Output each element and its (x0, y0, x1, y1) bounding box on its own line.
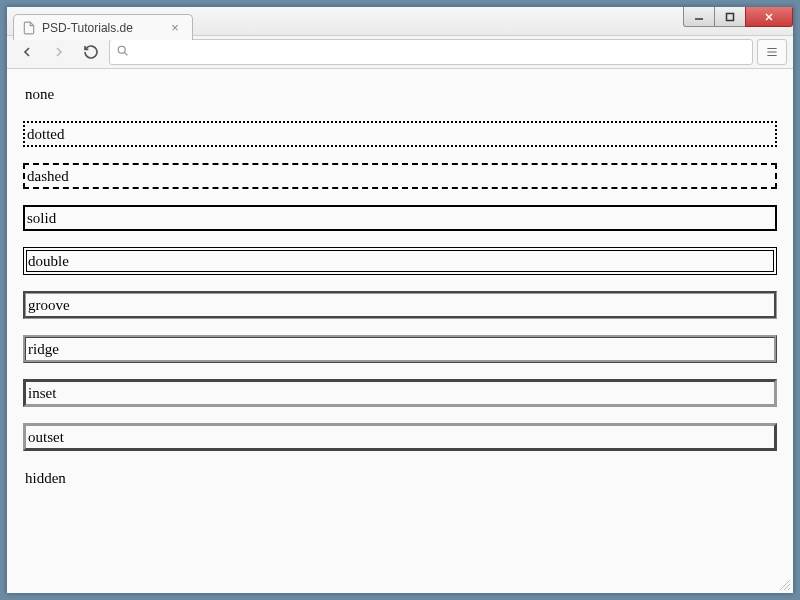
forward-button[interactable] (45, 39, 73, 65)
window-controls (684, 7, 793, 27)
border-demo-outset: outset (23, 423, 777, 451)
border-demo-inset: inset (23, 379, 777, 407)
browser-window: PSD-Tutorials.de × (6, 6, 794, 594)
browser-tab[interactable]: PSD-Tutorials.de × (13, 14, 193, 40)
svg-rect-1 (727, 13, 734, 20)
tab-close-button[interactable]: × (168, 21, 182, 35)
svg-line-5 (124, 52, 127, 55)
border-demo-ridge: ridge (23, 335, 777, 363)
toolbar (7, 35, 793, 69)
border-demo-groove: groove (23, 291, 777, 319)
border-demo-hidden: hidden (23, 467, 777, 489)
titlebar: PSD-Tutorials.de × (7, 7, 793, 35)
tab-strip: PSD-Tutorials.de × (13, 13, 193, 39)
back-button[interactable] (13, 39, 41, 65)
border-demo-solid: solid (23, 205, 777, 231)
tab-title: PSD-Tutorials.de (42, 21, 168, 35)
border-demo-none: none (23, 83, 777, 105)
page-viewport[interactable]: nonedotteddashedsoliddoublegrooveridgein… (7, 69, 793, 593)
url-input[interactable] (135, 45, 746, 60)
border-demo-dotted: dotted (23, 121, 777, 147)
menu-button[interactable] (757, 39, 787, 65)
search-icon (116, 43, 129, 61)
minimize-button[interactable] (683, 7, 715, 27)
reload-button[interactable] (77, 39, 105, 65)
border-demo-dashed: dashed (23, 163, 777, 189)
file-icon (22, 21, 36, 35)
address-bar[interactable] (109, 39, 753, 65)
maximize-button[interactable] (714, 7, 746, 27)
svg-point-4 (118, 46, 125, 53)
close-button[interactable] (745, 7, 793, 27)
border-demo-double: double (23, 247, 777, 275)
